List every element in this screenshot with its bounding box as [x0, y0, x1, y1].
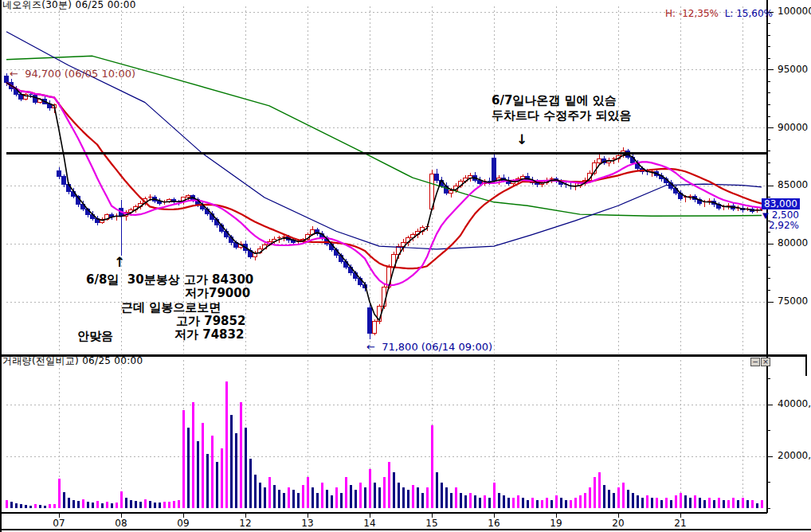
- peak-annotation: ← 94,700 (06/05 10:00): [10, 68, 135, 80]
- gap-note-line2: 두차트다 수정주가 되있음: [492, 110, 631, 123]
- x-axis-day-label: 20: [607, 518, 629, 529]
- high-value: -12,35%: [679, 8, 719, 19]
- price-axis-tick-label: 95000: [778, 65, 808, 75]
- x-axis-day-label: 09: [172, 518, 194, 529]
- volume-axis-tick-label: 40000,00: [778, 399, 811, 409]
- price-pane-title: 네오위즈(30분) 06/25 00:00: [2, 0, 136, 10]
- price-change-percent: 2,92%: [755, 220, 799, 231]
- left-arrow-icon: ←: [10, 68, 18, 80]
- trough-annotation: ← 71,800 (06/14 09:00): [366, 342, 492, 353]
- close-pane-button[interactable]: ×: [761, 358, 770, 366]
- price-change-value: 2,500: [772, 209, 799, 221]
- day8-note-line1: 6/8일 30분봉상 고가 84300: [86, 274, 253, 287]
- low-value: 15,60%: [736, 8, 773, 19]
- high-label: H:: [665, 8, 676, 19]
- day8-note-line3: 근데 일봉으로보면: [121, 302, 221, 315]
- high-low-readout: H: -12,35% L: 15,60%: [665, 9, 773, 19]
- x-axis-day-label: 14: [358, 518, 381, 529]
- x-axis-day-label: 07: [48, 518, 70, 529]
- price-axis-tick-label: 85000: [778, 180, 808, 190]
- minimize-pane-button[interactable]: −: [750, 358, 760, 366]
- price-axis-tick-label: 100000: [778, 6, 811, 17]
- day8-note-line2: 저가79000: [185, 288, 250, 300]
- x-axis-day-label: 19: [545, 518, 567, 529]
- volume-axis-tick-label: 20000,00: [778, 451, 811, 461]
- day8-note-line5: 저가 74832: [174, 329, 244, 342]
- day8-note-line4: 고가 79852: [176, 315, 245, 328]
- price-change: ▼ 2,500: [755, 209, 799, 221]
- x-axis-day-label: 08: [110, 518, 132, 529]
- x-axis-day-label: 16: [483, 518, 505, 529]
- left-arrow-icon: ←: [366, 341, 375, 353]
- day8-note-mismatch: 안맞음: [77, 331, 113, 343]
- trough-annotation-text: 71,800 (06/14 09:00): [382, 341, 492, 353]
- peak-annotation-text: 94,700 (06/05 10:00): [25, 68, 135, 80]
- down-arrow-icon: ↓: [516, 133, 527, 147]
- price-axis-tick-label: 80000: [778, 238, 808, 248]
- x-axis-day-label: 15: [421, 518, 443, 529]
- x-axis-day-label: 12: [234, 518, 257, 529]
- gap-note-line1: 6/7일나온갭 밑에 있슴: [492, 95, 617, 108]
- down-triangle-icon: ▼: [762, 211, 769, 220]
- up-arrow-icon: ↑: [114, 256, 125, 270]
- chart-window: 네오위즈(30분) 06/25 00:00 H: -12,35% L: 15,6…: [0, 0, 811, 532]
- low-label: L:: [725, 8, 734, 19]
- current-price-badge: 83,000: [762, 198, 800, 209]
- volume-pane-title: 거래량(전일비교) 06/25 00:00: [2, 356, 143, 366]
- x-axis-day-label: 21: [669, 518, 692, 529]
- price-axis-tick-label: 75000: [778, 296, 808, 307]
- x-axis-day-label: 13: [296, 518, 319, 529]
- price-axis-tick-label: 90000: [778, 123, 808, 133]
